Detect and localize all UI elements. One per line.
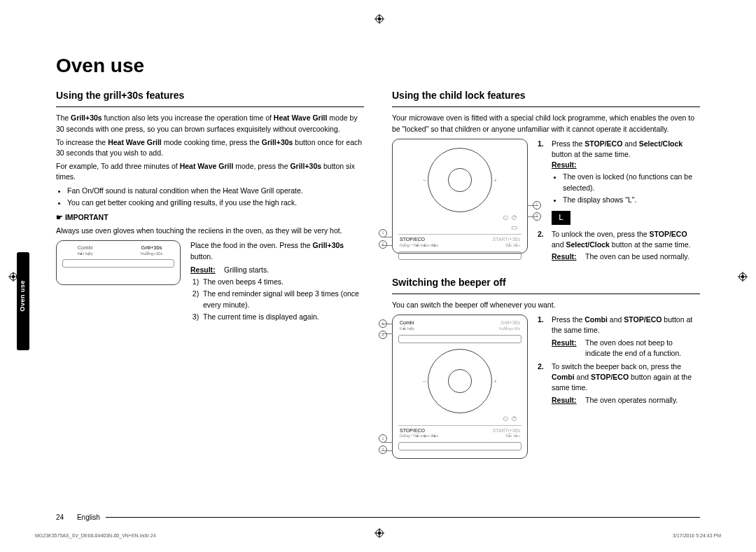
reg-mark-icon: [738, 272, 748, 282]
result-label: Result:: [552, 252, 577, 261]
page-footer: 24 English: [56, 513, 700, 521]
footer-line: [106, 517, 700, 518]
list-item: Fan On/Off sound is natural condition wh…: [67, 186, 364, 196]
paragraph: Always use oven gloves when touching the…: [56, 226, 364, 236]
control-panel-diagram: CombiKết hợp Grill+30sNướng+30s: [56, 240, 181, 285]
display-readout: L: [552, 211, 570, 225]
print-footer: MG23K3575AS_SV_DE68-04403N-00_VN+EN.indb…: [35, 533, 721, 538]
callout-2: 2: [379, 331, 387, 339]
callout-2: 2: [379, 240, 387, 249]
pointer-icon: ☛: [56, 213, 63, 221]
button-bar-icon: [62, 259, 174, 268]
step-text: Place the food in the oven. Press the Gr…: [190, 240, 364, 326]
button-bar-icon: [398, 335, 522, 343]
list-item: The end reminder signal will beep 3 time…: [203, 289, 364, 310]
paragraph: The Grill+30s function also lets you inc…: [56, 113, 364, 134]
result-label: Result:: [552, 338, 577, 347]
page-number: 24: [56, 513, 64, 521]
print-timestamp: 3/17/2016 5:24:43 PM: [673, 533, 721, 538]
section-heading: Switching the beeper off: [392, 275, 700, 289]
paragraph: To increase the Heat Wave Grill mode coo…: [56, 137, 364, 158]
control-panel-diagram: CombiKết hợp Grill+30sNướng+30s − + ⏲ ⏱ …: [392, 315, 528, 459]
chapter-title: Oven use: [56, 55, 700, 77]
divider: [392, 106, 700, 107]
result-label: Result:: [190, 265, 216, 274]
section-heading: Using the grill+30s features: [56, 88, 364, 102]
numbered-steps: 1. Press the Combi and STOP/ECO button a…: [538, 315, 700, 408]
list-item: The oven is locked (no functions can be …: [563, 172, 700, 193]
clock-lock-icons: ⏲ ⏱: [398, 214, 522, 223]
numbered-steps: 1. Press the STOP/ECO and Select/Clock b…: [538, 139, 700, 265]
print-file: MG23K3575AS_SV_DE68-04403N-00_VN+EN.indb…: [35, 533, 156, 538]
right-column: Using the child lock features Your micro…: [392, 83, 700, 459]
divider: [392, 294, 700, 294]
dial-icon: − +: [428, 349, 492, 413]
section-heading: Using the child lock features: [392, 88, 700, 102]
divider: [56, 106, 364, 107]
side-tab-label: Oven use: [19, 280, 26, 312]
paragraph: For example, To add three minutes of Hea…: [56, 161, 364, 182]
clock-lock-icons: ⏲ ⏱: [398, 415, 522, 424]
paragraph: You can switch the beeper off whenever y…: [392, 300, 700, 310]
result-label: Result:: [552, 160, 577, 169]
select-icon: ▭: [398, 223, 522, 233]
list-item: The current time is displayed again.: [203, 312, 364, 322]
callout-2: 2: [379, 446, 387, 454]
list-item: You can get better cooking and grilling …: [67, 198, 364, 208]
control-panel-diagram: − + ⏲ ⏱ ▭ STOP/ECODừng / Tiết kiệm điện …: [392, 139, 528, 254]
reg-mark-icon: [374, 14, 384, 24]
list-item: The display shows "L".: [563, 195, 700, 205]
button-bar-icon: [398, 251, 522, 260]
dial-icon: − +: [428, 148, 492, 212]
list-item: The oven beeps 4 times.: [203, 277, 364, 287]
bullet-list: Fan On/Off sound is natural condition wh…: [56, 186, 364, 208]
left-column: Using the grill+30s features The Grill+3…: [56, 83, 364, 459]
result-label: Result:: [552, 396, 577, 404]
side-tab: Oven use: [17, 252, 29, 350]
important-heading: ☛ IMPORTANT: [56, 212, 364, 223]
button-bar-icon: [398, 442, 522, 450]
page-language: English: [77, 513, 100, 521]
manual-page: Oven use Oven use Using the grill+30s fe…: [0, 0, 756, 552]
paragraph: Your microwave oven is fitted with a spe…: [392, 113, 700, 134]
